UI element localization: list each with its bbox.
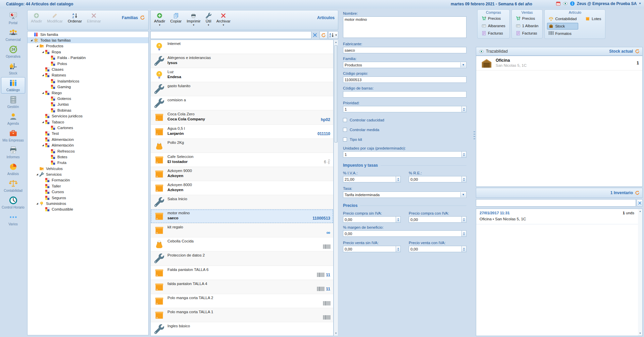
calendar-icon[interactable] (556, 1, 561, 6)
expander-icon[interactable]: ◢ (35, 173, 39, 176)
family-tree-item-cursos[interactable]: Cursos (28, 189, 148, 195)
article-row-falda-pantalon-talla-6[interactable]: 11Falda pantalon TALLA 611 (151, 266, 333, 280)
compra-sin-field[interactable] (343, 216, 401, 223)
article-row-polo-manga-corta-talla-1[interactable]: 11Polo manga corta TALLA 1 (151, 308, 333, 322)
prioridad-stepper[interactable]: ▲▼ (343, 106, 466, 112)
sidebar-item-catalogo[interactable]: Catálogo (1, 77, 25, 94)
family-tree-item-vehiculos[interactable]: Vehículos (28, 166, 148, 171)
codigo-barras-field[interactable] (343, 91, 466, 98)
article-row-motor-molino[interactable]: 11motor molinosaeco11000513 (151, 209, 333, 223)
expander-icon[interactable]: ◢ (35, 202, 39, 205)
family-tree-item-bobinas[interactable]: Bobinas (28, 107, 148, 113)
inventario-link[interactable]: 1 Inventario (610, 190, 633, 195)
article-row-luz[interactable]: LuzEndesa (151, 68, 333, 82)
article-row-falda-pantalon-talla-4[interactable]: 11falda pantalon TALLA 411 (151, 280, 333, 294)
compra-con-stepper[interactable]: ▲▼ (409, 216, 466, 223)
iva-field[interactable] (343, 176, 401, 182)
article-row-pollo-2kg[interactable]: Pollo 2Kg (151, 139, 333, 153)
expander-icon[interactable]: ◢ (41, 121, 45, 123)
prioridad-field[interactable] (343, 106, 466, 112)
nombre-field[interactable]: motor molino (343, 16, 466, 38)
spinner-icon[interactable]: ▲▼ (461, 106, 466, 112)
compra-con-field[interactable] (409, 216, 466, 223)
user-menu[interactable]: Zeus @ Empresa de Prueba SA (577, 1, 637, 6)
fabricante-field[interactable] (343, 47, 466, 53)
spinner-icon[interactable]: ▲▼ (396, 246, 400, 252)
family-tree-item-suministros[interactable]: ◢Suministros (28, 201, 148, 206)
re-field[interactable] (409, 176, 466, 182)
family-tree-item-alimentacion[interactable]: ◢Alimentación (28, 142, 148, 148)
family-tree-item-ratones[interactable]: ◢Ratones (28, 72, 148, 78)
venta-sin-field[interactable] (343, 246, 401, 252)
checkbox-icon[interactable] (343, 128, 347, 132)
family-tree-item-riego[interactable]: ◢Riego (28, 90, 148, 96)
spinner-icon[interactable]: ▲▼ (461, 176, 466, 182)
codigo-propio-field[interactable] (343, 76, 466, 83)
compras-facturas-button[interactable]: Facturas (480, 30, 507, 37)
venta-con-stepper[interactable]: ▲▼ (409, 246, 466, 252)
re-stepper[interactable]: ▲▼ (409, 176, 466, 182)
article-row-comision-a[interactable]: comision a (151, 96, 333, 110)
ventas-facturas-button[interactable]: Facturas (514, 30, 540, 37)
sidebar-item-gestion[interactable]: Gestión (1, 94, 25, 110)
article-row-azkoyen-9000[interactable]: 11Azkoyen 9000Azkoyen (151, 167, 333, 181)
expander-icon[interactable]: ◢ (41, 74, 45, 76)
article-row-agua-0-5-l[interactable]: 11Agua 0,5 lLanjarón011110 (151, 125, 333, 139)
chevron-down-icon[interactable]: ▼ (639, 2, 641, 5)
info-icon[interactable] (570, 1, 575, 6)
eye-icon[interactable] (563, 1, 568, 6)
archivar-button[interactable]: Archivar▼ (216, 13, 231, 26)
article-row-salsa-inicio[interactable]: Salsa Inicio (151, 195, 333, 209)
chevron-down-icon[interactable]: ▼ (460, 62, 466, 67)
refresh-inventario-icon[interactable] (635, 190, 640, 195)
refresh-families-icon[interactable] (140, 15, 145, 20)
articulo-stock-button[interactable]: Stock (547, 23, 578, 30)
expander-icon[interactable]: ◢ (41, 144, 45, 147)
sidebar-item-mis-empresas[interactable]: Mis Empresas (1, 127, 25, 144)
sidebar-item-control-horario[interactable]: Control Horario (1, 194, 25, 211)
family-tree-item-test[interactable]: Test (28, 131, 148, 136)
scroll-up-icon[interactable]: ▲ (334, 40, 338, 45)
compras-precios-button[interactable]: Precios (480, 15, 507, 22)
scroll-up-icon[interactable]: ▲ (638, 209, 642, 214)
article-row-internet[interactable]: Internet (151, 40, 333, 54)
tipo-kit-checkbox[interactable]: Tipo kit (343, 137, 466, 142)
iva-stepper[interactable]: ▲▼ (343, 176, 401, 182)
family-tree-item-seguros[interactable]: Seguros (28, 195, 148, 201)
family-tree-item-falda-pantalon[interactable]: Falda - Pantalón (28, 55, 148, 61)
family-tree-item-taller[interactable]: Taller (28, 183, 148, 189)
family-tree-item-servicios[interactable]: ◢Servicios (28, 171, 148, 177)
articulo-contabilidad-button[interactable]: Contabilidad (547, 15, 578, 22)
sidebar-item-informes[interactable]: Informes (1, 144, 25, 161)
articulo-lotes-button[interactable]: Lotes (584, 15, 603, 22)
inventario-search-input[interactable] (476, 199, 636, 207)
spinner-icon[interactable]: ▲▼ (461, 152, 466, 157)
ordenar-button[interactable]: AZOrdenar (68, 13, 82, 26)
family-tree-item-clases[interactable]: Clases (28, 66, 148, 72)
spinner-icon[interactable]: ▲▼ (396, 217, 400, 222)
compras-albaranes-button[interactable]: Albaranes (480, 22, 507, 29)
scrollbar-thumb[interactable] (334, 45, 338, 143)
family-tree-item-inalambricos[interactable]: Inalambricos (28, 78, 148, 84)
ventas-1-albaran-button[interactable]: 1 Albarán (514, 22, 540, 29)
spinner-icon[interactable]: ▲▼ (461, 246, 466, 252)
article-row-azkoyen-8000[interactable]: 11Azkoyen 8000Azkoyen (151, 181, 333, 195)
family-tree-item-productos[interactable]: ◢Productos (28, 43, 148, 49)
article-list-scrollbar[interactable]: ▲ ▼ (334, 40, 338, 336)
refresh-stock-icon[interactable] (635, 49, 640, 54)
sidebar-item-operativa[interactable]: 24Operativa (1, 44, 25, 60)
article-row-polo-manga-corta-talla-2[interactable]: 11Polo manga corta TALLA 2 (151, 294, 333, 308)
familia-select[interactable]: Productos ▼ (343, 62, 466, 68)
family-tree-item-sin-familia[interactable]: Sin familia (28, 32, 148, 37)
article-row-cafe-seleccion[interactable]: 11Cafe SeleccionEl tostador6Caja (151, 153, 333, 167)
family-tree-item-polos[interactable]: Polos (28, 61, 148, 66)
family-tree-item-combustible[interactable]: Combustible (28, 207, 148, 212)
scroll-down-icon[interactable]: ▼ (334, 331, 338, 336)
family-tree-item-fruta[interactable]: Fruta (28, 160, 148, 166)
sidebar-item-comercial[interactable]: Comercial (1, 27, 25, 43)
family-tree-item-refrescos[interactable]: Refrescos (28, 148, 148, 154)
family-tree-item-botes[interactable]: Botes (28, 154, 148, 160)
family-tree-item-gaming[interactable]: Gaming (28, 84, 148, 90)
family-tree-item-formacion[interactable]: Formación (28, 177, 148, 183)
checkbox-icon[interactable] (343, 137, 347, 142)
